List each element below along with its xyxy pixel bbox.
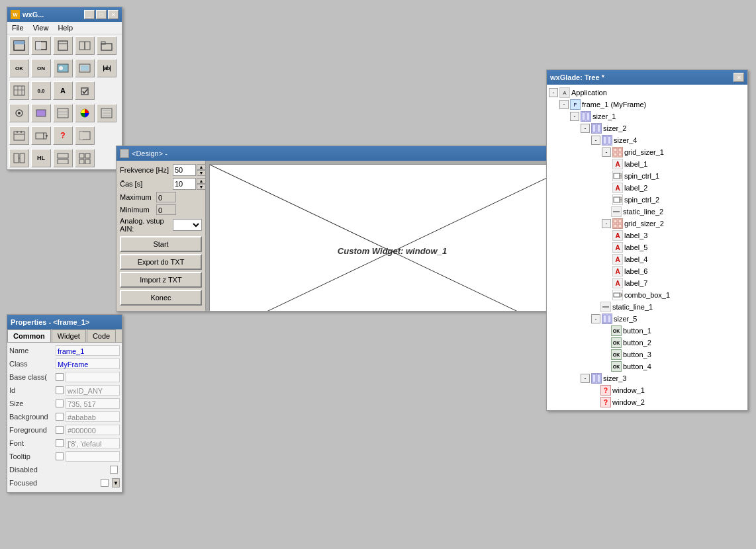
tree-item-combobox1[interactable]: ▼ combo_box_1 [549, 289, 745, 301]
dropdown-analog[interactable] [173, 219, 202, 231]
tree-item-label6[interactable]: A label_6 [549, 265, 745, 277]
expander-gridsizer2[interactable]: - [602, 219, 611, 228]
tree-item-label2[interactable]: A label_2 [549, 182, 745, 194]
tb-btn-bitmap[interactable] [53, 59, 73, 77]
scroll-down-btn[interactable]: ▼ [112, 478, 120, 487]
frekvence-down[interactable]: ▼ [197, 170, 206, 176]
prop-check-size[interactable] [56, 400, 64, 407]
tree-item-sizer3[interactable]: - sizer_3 [549, 372, 745, 384]
toolbar-maximize-btn[interactable]: □ [96, 10, 107, 19]
btn-import[interactable]: Import z TXT [120, 272, 202, 288]
tree-item-application[interactable]: - A Application [549, 87, 745, 99]
btn-start[interactable]: Start [120, 236, 202, 252]
tb-btn-bitmapbutton[interactable] [75, 59, 95, 77]
prop-value-foreground[interactable]: #000000 [66, 425, 120, 435]
tree-item-spinctrl2[interactable]: spin_ctrl_2 [549, 194, 745, 206]
prop-check-font[interactable] [56, 439, 64, 447]
tab-code[interactable]: Code [87, 329, 116, 342]
tb-btn-on[interactable]: ON [31, 59, 51, 77]
tb-btn-color[interactable] [75, 104, 95, 122]
prop-value-name[interactable]: frame_1 [56, 345, 120, 356]
frekvence-up[interactable]: ▲ [197, 164, 206, 170]
tb-btn-frame[interactable] [9, 36, 29, 55]
expander-sizer4[interactable]: - [591, 136, 600, 145]
tree-close-btn[interactable]: ✕ [733, 73, 744, 82]
prop-value-size[interactable]: 735, 517 [66, 398, 120, 409]
menu-file[interactable]: File [10, 23, 26, 32]
prop-check-disabled[interactable] [110, 466, 118, 474]
tab-widget[interactable]: Widget [52, 329, 86, 342]
tab-common[interactable]: Common [7, 329, 51, 342]
prop-check-background[interactable] [56, 413, 64, 421]
field-input-frekvence[interactable] [173, 164, 196, 176]
tree-item-button3[interactable]: OK button_3 [549, 349, 745, 360]
tb-btn-panel[interactable] [31, 36, 51, 55]
prop-check-tooltip[interactable] [56, 452, 64, 460]
tb-btn-splitter[interactable] [75, 36, 95, 55]
prop-value-tooltip[interactable] [66, 451, 120, 462]
cas-up[interactable]: ▲ [197, 178, 206, 184]
expander-gridsizer1[interactable]: - [602, 148, 611, 157]
tb-btn-notebook[interactable] [97, 36, 117, 55]
field-input-cas[interactable] [173, 178, 196, 190]
tb-btn-sizer-hl[interactable]: HL [31, 149, 51, 167]
tb-btn-custom[interactable]: ? [53, 126, 73, 145]
tree-item-window2[interactable]: ? window_2 [549, 396, 745, 408]
menu-view[interactable]: View [31, 23, 51, 32]
tree-item-label1[interactable]: A label_1 [549, 158, 745, 170]
prop-check-focused[interactable] [101, 479, 109, 487]
tree-item-gridsizer1[interactable]: - grid_sizer_1 [549, 146, 745, 158]
expander-sizer1[interactable]: - [570, 112, 579, 121]
tree-item-sizer1[interactable]: - sizer_1 [549, 110, 745, 122]
expander-sizer5[interactable]: - [591, 314, 600, 323]
btn-export[interactable]: Export do TXT [120, 254, 202, 270]
tree-item-sizer4[interactable]: - sizer_4 [549, 134, 745, 146]
expander-application[interactable]: - [549, 88, 558, 97]
prop-value-background[interactable]: #ababab [66, 411, 120, 422]
tb-btn-listbox[interactable] [53, 104, 73, 122]
tree-item-label7[interactable]: A label_7 [549, 277, 745, 289]
tree-item-label4[interactable]: A label_4 [549, 253, 745, 265]
tb-btn-ok[interactable]: OK [9, 59, 29, 77]
tree-item-staticline2[interactable]: static_line_2 [549, 206, 745, 218]
expander-sizer2[interactable]: - [581, 124, 590, 133]
tree-item-spinctrl1[interactable]: spin_ctrl_1 [549, 170, 745, 182]
expander-sizer3[interactable]: - [581, 374, 590, 383]
prop-value-baseclass[interactable] [66, 372, 120, 382]
tb-btn-check[interactable] [75, 81, 95, 100]
tb-btn-statictext[interactable]: |ab| [97, 59, 117, 77]
tb-btn-calendar[interactable] [9, 126, 29, 145]
prop-value-font[interactable]: ['8', 'defaul [66, 438, 120, 448]
tb-btn-static[interactable]: A [53, 81, 73, 100]
tree-item-button4[interactable]: OK button_4 [549, 360, 745, 372]
tb-btn-dialog[interactable] [53, 36, 73, 55]
menu-help[interactable]: Help [56, 23, 75, 32]
tb-btn-sizer-g[interactable] [75, 149, 95, 167]
tb-btn-spin[interactable]: 0.0 [31, 81, 51, 100]
tree-item-frame1[interactable]: - F frame_1 (MyFrame) [549, 99, 745, 110]
tree-item-window1[interactable]: ? window_1 [549, 384, 745, 396]
tree-item-label3[interactable]: A label_3 [549, 230, 745, 241]
prop-check-baseclass[interactable] [56, 373, 64, 381]
prop-check-id[interactable] [56, 386, 64, 394]
tb-btn-sizer-h[interactable] [9, 149, 29, 167]
tree-item-button1[interactable]: OK button_1 [549, 325, 745, 337]
tb-btn-radio[interactable] [9, 104, 29, 122]
tree-item-staticline1[interactable]: static_line_1 [549, 301, 745, 313]
tb-btn-sizer-v[interactable] [53, 149, 73, 167]
tb-btn-treectrl[interactable] [97, 104, 117, 122]
tree-item-label5[interactable]: A label_5 [549, 241, 745, 253]
tb-btn-grid[interactable] [9, 81, 29, 100]
prop-check-foreground[interactable] [56, 426, 64, 434]
tb-btn-combobox[interactable]: ▼ [31, 126, 51, 145]
btn-konec[interactable]: Konec [120, 290, 202, 306]
expander-frame1[interactable]: - [559, 100, 569, 109]
prop-value-id[interactable]: wxID_ANY [66, 385, 120, 396]
tree-item-gridsizer2[interactable]: - grid_sizer_2 [549, 218, 745, 230]
tb-btn-scrollbar[interactable] [75, 126, 95, 145]
tree-item-sizer5[interactable]: - sizer_5 [549, 313, 745, 325]
prop-value-class[interactable]: MyFrame [56, 359, 120, 369]
toolbar-close-btn[interactable]: ✕ [108, 10, 118, 19]
cas-down[interactable]: ▼ [197, 184, 206, 190]
tree-item-button2[interactable]: OK button_2 [549, 337, 745, 349]
